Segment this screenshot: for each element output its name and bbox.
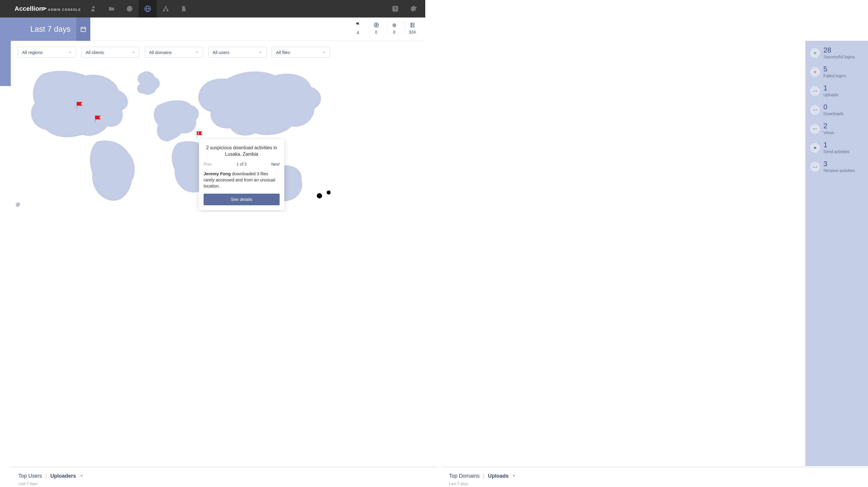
svg-line-21 xyxy=(395,26,396,26)
chevron-down-icon xyxy=(68,51,72,54)
map-area[interactable]: 2 2 suspicious download activities in Lu… xyxy=(11,61,425,212)
svg-line-20 xyxy=(393,26,394,26)
popup-count: 1 of 2 xyxy=(237,162,247,167)
bug-icon xyxy=(392,22,397,28)
nav-settings-icon[interactable] xyxy=(404,0,422,18)
brand-name: Accellion xyxy=(14,5,43,12)
nav-help-icon[interactable]: ? xyxy=(386,0,404,18)
brand-subtitle: ADMIN CONSOLE xyxy=(48,8,81,11)
nav-folder-icon[interactable] xyxy=(102,0,121,18)
svg-text:?: ? xyxy=(394,6,396,11)
filter-regions[interactable]: All regions xyxy=(18,47,76,58)
filter-users[interactable]: All users xyxy=(208,47,267,58)
calendar-button[interactable] xyxy=(76,18,90,41)
filter-files[interactable]: All files xyxy=(272,47,330,58)
nav-chart-icon[interactable] xyxy=(121,0,138,18)
status-bugs[interactable]: 0 xyxy=(387,21,401,34)
chevron-down-icon xyxy=(259,51,262,54)
subheader-left: Last 7 days xyxy=(0,18,90,41)
subheader-right: 4 0 0 324 xyxy=(90,18,425,41)
status-flags[interactable]: 4 xyxy=(351,21,365,35)
popup-detail: Jeremy Fong downloaded 3 files rarely ac… xyxy=(204,171,280,189)
disk-icon xyxy=(409,22,415,28)
svg-point-29 xyxy=(327,191,331,195)
chevron-down-icon xyxy=(195,51,199,54)
svg-rect-4 xyxy=(165,6,166,8)
svg-rect-5 xyxy=(163,10,165,11)
lock-icon xyxy=(373,22,379,28)
nav-globe-icon[interactable] xyxy=(138,0,157,18)
svg-line-23 xyxy=(395,24,395,24)
brand-arrow-icon xyxy=(42,6,48,11)
svg-rect-15 xyxy=(375,25,377,26)
svg-point-28 xyxy=(317,193,322,198)
svg-point-14 xyxy=(374,23,378,27)
gear-icon xyxy=(15,202,21,208)
chevron-down-icon xyxy=(132,51,135,54)
popup-title: 2 suspicious download activities in Lusa… xyxy=(204,145,280,158)
filter-clients[interactable]: All clients xyxy=(81,47,140,58)
popup-nav: Prev 1 of 2 Next xyxy=(204,162,280,167)
nav-hierarchy-icon[interactable] xyxy=(157,0,175,18)
see-details-button[interactable]: See details xyxy=(204,194,280,205)
map-flag[interactable] xyxy=(94,115,102,124)
popup-user: Jeremy Fong xyxy=(204,171,231,176)
status-disks[interactable]: 324 xyxy=(405,21,420,34)
map-flag[interactable] xyxy=(76,101,84,111)
svg-rect-6 xyxy=(166,10,168,11)
chevron-down-icon xyxy=(322,51,326,54)
status-locks[interactable]: 0 xyxy=(369,21,383,34)
map-panel: All regions All clients All domains All … xyxy=(11,41,425,239)
world-map-svg xyxy=(17,61,346,212)
map-popup: 2 suspicious download activities in Lusa… xyxy=(199,139,284,210)
nav-doc-icon[interactable] xyxy=(175,0,193,18)
map-settings-button[interactable] xyxy=(15,202,21,209)
filter-domains[interactable]: All domains xyxy=(145,47,203,58)
svg-line-22 xyxy=(394,24,394,24)
brand-logo: Accellion ADMIN CONSOLE xyxy=(0,0,85,18)
filters-row: All regions All clients All domains All … xyxy=(11,41,425,61)
map-flag-count: 2 xyxy=(197,132,199,135)
map-flag[interactable]: 2 xyxy=(196,131,204,140)
status-bar: 4 0 0 324 xyxy=(351,21,420,35)
nav-icons xyxy=(85,0,193,18)
nav-right: ? xyxy=(386,0,422,18)
svg-rect-10 xyxy=(81,27,86,32)
top-navbar: Accellion ADMIN CONSOLE ? xyxy=(0,0,425,18)
flag-icon xyxy=(355,22,361,29)
calendar-icon xyxy=(80,26,87,32)
popup-next[interactable]: Next xyxy=(271,162,280,167)
subheader: Last 7 days 4 0 0 324 xyxy=(0,18,425,41)
svg-point-7 xyxy=(185,7,186,8)
svg-point-0 xyxy=(92,6,95,8)
main-content: All regions All clients All domains All … xyxy=(11,41,425,239)
popup-prev[interactable]: Prev xyxy=(204,162,212,167)
nav-users-icon[interactable] xyxy=(85,0,102,18)
